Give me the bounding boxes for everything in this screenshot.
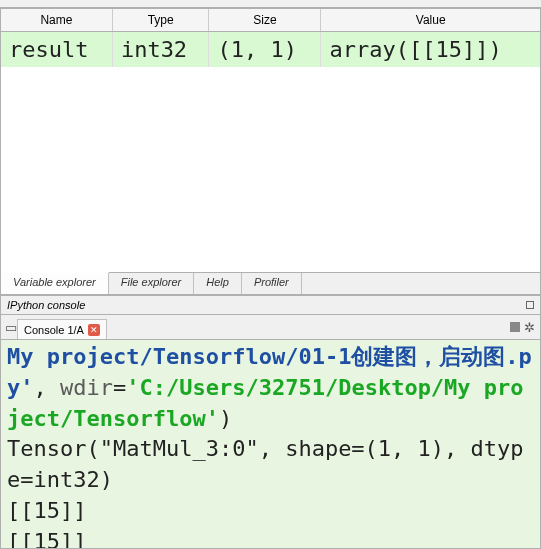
console-title-bar: IPython console	[0, 295, 541, 315]
cell-value[interactable]: array([[15]])	[321, 32, 540, 68]
cell-size[interactable]: (1, 1)	[209, 32, 321, 68]
console-tab-label: Console 1/A	[24, 324, 84, 336]
cell-type[interactable]: int32	[112, 32, 209, 68]
col-size[interactable]: Size	[209, 9, 321, 32]
console-tab[interactable]: Console 1/A ✕	[17, 319, 107, 339]
eq-sign: =	[113, 375, 126, 400]
top-toolbar-stub	[0, 0, 541, 8]
undock-icon[interactable]	[526, 301, 534, 309]
console-title-label: IPython console	[7, 299, 85, 311]
sep-comma: ,	[34, 375, 61, 400]
pane-tabs: Variable explorer File explorer Help Pro…	[1, 272, 540, 294]
table-row[interactable]: result int32 (1, 1) array([[15]])	[1, 32, 540, 68]
result-line-2: [[15]]	[7, 529, 86, 549]
variable-table: Name Type Size Value result int32 (1, 1)…	[1, 9, 540, 67]
tab-help[interactable]: Help	[194, 273, 242, 294]
variable-explorer-blank	[1, 67, 540, 272]
tab-variable-explorer[interactable]: Variable explorer	[1, 272, 109, 294]
console-tab-bar: Console 1/A ✕	[0, 315, 541, 339]
close-icon[interactable]: ✕	[88, 324, 100, 336]
wdir-key: wdir	[60, 375, 113, 400]
col-value[interactable]: Value	[321, 9, 540, 32]
result-line-1: [[15]]	[7, 498, 86, 523]
cell-name[interactable]: result	[1, 32, 112, 68]
tab-profiler[interactable]: Profiler	[242, 273, 302, 294]
tab-file-explorer[interactable]: File explorer	[109, 273, 195, 294]
col-type[interactable]: Type	[112, 9, 209, 32]
stop-icon[interactable]	[510, 322, 520, 332]
console-output[interactable]: My project/Tensorflow/01-1创建图，启动图.py', w…	[0, 339, 541, 549]
gear-icon[interactable]	[524, 321, 536, 333]
col-name[interactable]: Name	[1, 9, 112, 32]
new-console-icon[interactable]	[5, 320, 17, 335]
close-paren: )	[219, 406, 232, 431]
tensor-line: Tensor("MatMul_3:0", shape=(1, 1), dtype…	[7, 436, 524, 492]
variable-table-header-row: Name Type Size Value	[1, 9, 540, 32]
variable-explorer-pane: Name Type Size Value result int32 (1, 1)…	[0, 8, 541, 295]
